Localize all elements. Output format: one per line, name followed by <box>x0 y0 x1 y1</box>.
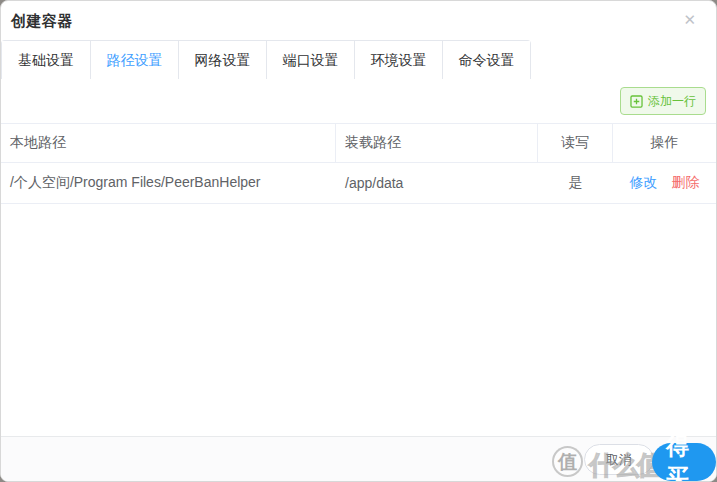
cell-local-path: /个人空间/Program Files/PeerBanHelper <box>1 163 336 203</box>
create-container-dialog: 创建容器 ✕ 基础设置 路径设置 网络设置 端口设置 环境设置 命令设置 添加一… <box>0 0 717 482</box>
tab-path-settings[interactable]: 路径设置 <box>90 41 178 81</box>
settings-tabbar: 基础设置 路径设置 网络设置 端口设置 环境设置 命令设置 <box>1 40 716 81</box>
table-header-row: 本地路径 装载路径 读写 操作 <box>1 123 716 163</box>
tab-basic-settings[interactable]: 基础设置 <box>2 41 90 81</box>
tab-env-settings[interactable]: 环境设置 <box>354 41 442 81</box>
edit-row-button[interactable]: 修改 <box>630 174 658 192</box>
add-row-label: 添加一行 <box>648 93 696 110</box>
tab-network-settings[interactable]: 网络设置 <box>178 41 266 81</box>
header-local-path: 本地路径 <box>1 124 336 162</box>
path-settings-panel: 添加一行 本地路径 装载路径 读写 操作 /个人空间/Program Files… <box>1 79 716 436</box>
plus-square-icon <box>630 95 643 108</box>
header-mount-path: 装载路径 <box>336 124 538 162</box>
close-icon[interactable]: ✕ <box>681 10 698 29</box>
cell-readwrite: 是 <box>538 163 613 203</box>
table-row: /个人空间/Program Files/PeerBanHelper /app/d… <box>1 163 716 204</box>
header-readwrite: 读写 <box>538 124 613 162</box>
tabs-nav: 基础设置 路径设置 网络设置 端口设置 环境设置 命令设置 <box>1 40 531 80</box>
tab-command-settings[interactable]: 命令设置 <box>442 41 530 81</box>
cancel-button[interactable]: 取消 <box>584 444 654 475</box>
path-mapping-table: 本地路径 装载路径 读写 操作 /个人空间/Program Files/Peer… <box>1 123 716 204</box>
cell-actions: 修改 删除 <box>613 163 716 203</box>
cell-mount-path: /app/data <box>336 163 538 203</box>
dialog-footer: 取消 <box>1 436 716 481</box>
add-row-button[interactable]: 添加一行 <box>620 87 706 115</box>
delete-row-button[interactable]: 删除 <box>672 174 700 192</box>
tab-port-settings[interactable]: 端口设置 <box>266 41 354 81</box>
dialog-title: 创建容器 <box>11 12 73 31</box>
dialog-header: 创建容器 ✕ <box>1 1 716 40</box>
header-actions: 操作 <box>613 124 716 162</box>
